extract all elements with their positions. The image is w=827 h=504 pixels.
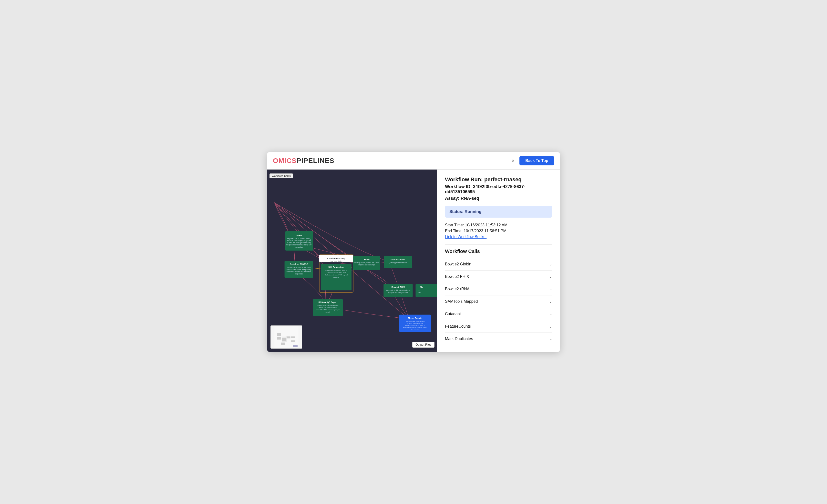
svg-text:outputs, FeatureCounts: outputs, FeatureCounts bbox=[407, 323, 423, 324]
accordion-label-5: FeatureCounts bbox=[445, 324, 471, 329]
workflow-run-title: Workflow Run: perfect-rnaseq bbox=[445, 176, 552, 183]
svg-text:metrics related to the library: metrics related to the library quality bbox=[287, 269, 311, 271]
detail-panel: Workflow Run: perfect-rnaseq Workflow ID… bbox=[437, 170, 560, 352]
accordion-header-1[interactable]: Bowtie2 PHIX ⌄ bbox=[445, 271, 552, 283]
svg-text:annotation: annotation bbox=[295, 246, 303, 248]
logo-pipelines: PIPELINES bbox=[297, 157, 334, 164]
accordion-item: SAMTools Mapped ⌄ bbox=[445, 295, 552, 308]
status-banner: Status: Running bbox=[445, 206, 552, 218]
svg-text:Runs nudup.py python3 script t: Runs nudup.py python3 script to bbox=[325, 270, 347, 271]
workflow-graph-panel[interactable]: Workflow Inputs bbox=[267, 170, 437, 352]
logo-omics: OMICS bbox=[273, 157, 297, 164]
chevron-down-icon: ⌄ bbox=[549, 275, 552, 279]
svg-text:Python script that uses MultiQ: Python script that uses MultiQC bbox=[317, 304, 339, 306]
svg-rect-42 bbox=[277, 333, 281, 335]
svg-rect-46 bbox=[287, 336, 290, 338]
svg-text:has_fastq_index: has_fastq_index bbox=[330, 260, 342, 262]
svg-text:Bowtie2 PHIX: Bowtie2 PHIX bbox=[392, 286, 405, 288]
svg-rect-50 bbox=[293, 345, 297, 347]
svg-text:consolidated QC metrics report: consolidated QC metrics report per bbox=[317, 309, 340, 311]
svg-text:Ma: Ma bbox=[420, 286, 423, 288]
chevron-down-icon: ⌄ bbox=[549, 325, 552, 328]
minimap-svg bbox=[271, 326, 302, 348]
workflow-assay: Assay: RNA-seq bbox=[445, 196, 552, 201]
accordion-header-3[interactable]: SAMTools Mapped ⌄ bbox=[445, 295, 552, 307]
header-right: × Back To Top bbox=[510, 156, 554, 165]
output-files-label[interactable]: Output Files bbox=[412, 342, 435, 348]
accordion-header-6[interactable]: Mark Duplicates ⌄ bbox=[445, 333, 552, 345]
svg-text:Quantify gene expression: Quantify gene expression bbox=[389, 262, 407, 264]
accordion-header-5[interactable]: FeatureCounts ⌄ bbox=[445, 320, 552, 333]
app-container: OMICSPIPELINES × Back To Top Workflow In… bbox=[267, 152, 560, 352]
start-time: Start Time: 10/16/2023 11:53:12 AM bbox=[445, 223, 552, 227]
accordion-header-0[interactable]: Bowtie2 Globin ⌄ bbox=[445, 258, 552, 270]
svg-text:BAM file: BAM file bbox=[333, 276, 339, 278]
svg-text:Merges RSEM quantification: Merges RSEM quantification bbox=[406, 320, 425, 322]
main-content: Workflow Inputs bbox=[267, 170, 560, 352]
svg-text:Conditional Group: Conditional Group bbox=[327, 258, 345, 260]
svg-text:get an estimation of the PCR: get an estimation of the PCR bbox=[327, 272, 346, 274]
accordion-label-1: Bowtie2 PHIX bbox=[445, 274, 469, 279]
svg-text:UMI Duplication: UMI Duplication bbox=[328, 266, 344, 268]
workflow-id: Workflow ID: 34f92f3b-edfa-4279-8637-dd5… bbox=[445, 184, 552, 194]
accordion-item: Cutadapt ⌄ bbox=[445, 308, 552, 320]
svg-text:Map reads to phix using bowtie: Map reads to phix using bowtie2 to bbox=[386, 289, 410, 291]
back-to-top-button[interactable]: Back To Top bbox=[520, 156, 554, 165]
minimap bbox=[271, 325, 302, 349]
svg-text:duplicates rate from STAR-alig: duplicates rate from STAR-aligned bbox=[325, 274, 348, 276]
svg-rect-47 bbox=[291, 336, 295, 338]
accordion-label-2: Bowtie2 rRNA bbox=[445, 287, 470, 291]
svg-text:quantification outputs, and QC: quantification outputs, and QC bbox=[405, 325, 425, 326]
svg-text:metrics files from all samples: metrics files from all samples run by bbox=[403, 327, 427, 328]
accordion-label-4: Cutadapt bbox=[445, 312, 461, 316]
svg-text:the genome and corresponding G: the genome and corresponding GTF bbox=[286, 244, 312, 246]
svg-text:RSEM: RSEM bbox=[363, 258, 369, 261]
accordion-list: Bowtie2 Globin ⌄ Bowtie2 PHIX ⌄ Bowtie2 … bbox=[445, 258, 552, 345]
svg-text:rnf: rnf bbox=[419, 289, 420, 291]
svg-rect-48 bbox=[291, 340, 295, 342]
svg-text:compute percentage of phix: compute percentage of phix bbox=[388, 291, 408, 293]
chevron-down-icon: ⌄ bbox=[549, 299, 552, 303]
svg-text:Align each pair of trimmed FAS: Align each pair of trimmed FASTQ bbox=[287, 238, 311, 239]
svg-text:FeatureCounts: FeatureCounts bbox=[391, 258, 405, 261]
chevron-down-icon: ⌄ bbox=[549, 262, 552, 266]
svg-text:such as GC content and duplica: such as GC content and duplicated bbox=[287, 271, 311, 273]
header: OMICSPIPELINES × Back To Top bbox=[267, 152, 560, 170]
svg-text:Run Post-Trim FASTQC to collec: Run Post-Trim FASTQC to collect bbox=[287, 266, 310, 268]
svg-text:Post-Trim FASTQC: Post-Trim FASTQC bbox=[290, 263, 308, 266]
accordion-header-2[interactable]: Bowtie2 rRNA ⌄ bbox=[445, 283, 552, 295]
svg-text:Merge Results: Merge Results bbox=[408, 317, 422, 319]
accordion-label-0: Bowtie2 Globin bbox=[445, 262, 471, 266]
workflow-svg: STAR Align each pair of trimmed FASTQ fi… bbox=[267, 170, 437, 352]
accordion-item: Bowtie2 PHIX ⌄ bbox=[445, 271, 552, 283]
end-time: End Time: 10/17/2023 11:56:51 PM bbox=[445, 229, 552, 233]
logo: OMICSPIPELINES bbox=[273, 157, 334, 165]
svg-text:STAR: STAR bbox=[296, 234, 302, 237]
workflow-bucket-link[interactable]: Link to Workflow Bucket bbox=[445, 235, 486, 239]
svg-text:files from each sample using S: files from each sample using STAR bbox=[287, 239, 311, 241]
time-section: Start Time: 10/16/2023 11:53:12 AM End T… bbox=[445, 223, 552, 239]
accordion-item: Bowtie2 Globin ⌄ bbox=[445, 258, 552, 271]
svg-text:for genes and transcripts: for genes and transcripts bbox=[358, 264, 375, 266]
svg-text:sequences: sequences bbox=[295, 273, 303, 275]
accordion-item: FeatureCounts ⌄ bbox=[445, 320, 552, 333]
minimap-inner bbox=[271, 326, 302, 348]
accordion-header-4[interactable]: Cutadapt ⌄ bbox=[445, 308, 552, 320]
accordion-label-3: SAMTools Mapped bbox=[445, 299, 478, 304]
close-button[interactable]: × bbox=[510, 157, 516, 165]
svg-text:sample: sample bbox=[326, 311, 331, 313]
svg-text:to the STAR index generated us: to the STAR index generated using bbox=[287, 242, 311, 244]
workflow-inputs-label: Workflow Inputs bbox=[270, 173, 293, 178]
chevron-down-icon: ⌄ bbox=[549, 337, 552, 341]
chevron-down-icon: ⌄ bbox=[549, 287, 552, 291]
workflow-calls-title: Workflow Calls bbox=[445, 248, 552, 254]
svg-text:Quantify counts, FPKMs and TPM: Quantify counts, FPKMs and TPMs bbox=[354, 262, 379, 264]
svg-text:RNAseq QC Report: RNAseq QC Report bbox=[319, 301, 338, 303]
svg-text:con: con bbox=[419, 291, 421, 293]
divider bbox=[445, 244, 552, 245]
svg-text:reports and other log files to: reports and other log files to bbox=[319, 306, 337, 309]
accordion-item: Mark Duplicates ⌄ bbox=[445, 333, 552, 345]
accordion-label-6: Mark Duplicates bbox=[445, 337, 473, 341]
svg-rect-43 bbox=[277, 337, 281, 340]
svg-rect-49 bbox=[281, 342, 285, 345]
